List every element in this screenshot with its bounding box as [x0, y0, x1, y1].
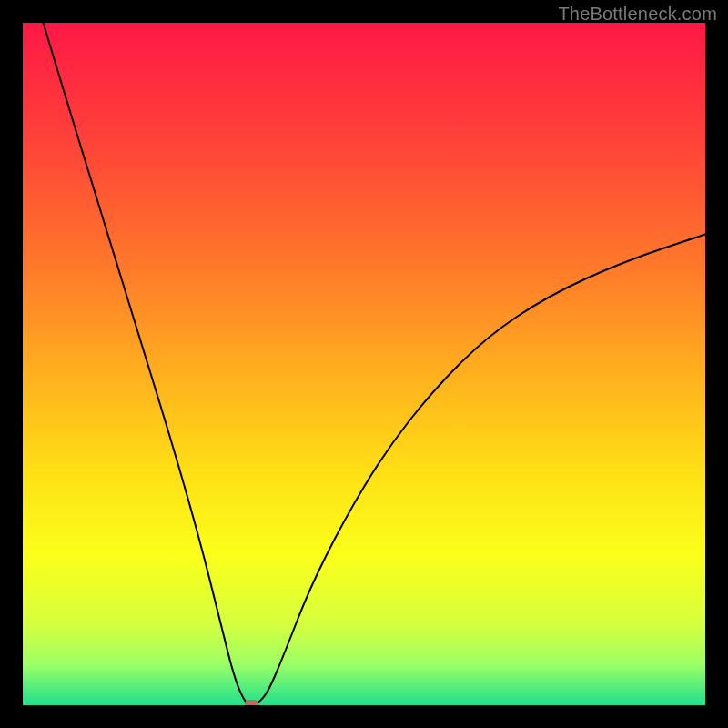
watermark-label: TheBottleneck.com [558, 4, 717, 25]
chart-svg [23, 23, 705, 705]
chart-plot-area [23, 23, 705, 705]
chart-background [23, 23, 705, 705]
optimum-marker [245, 700, 258, 705]
chart-frame: TheBottleneck.com [0, 0, 728, 728]
